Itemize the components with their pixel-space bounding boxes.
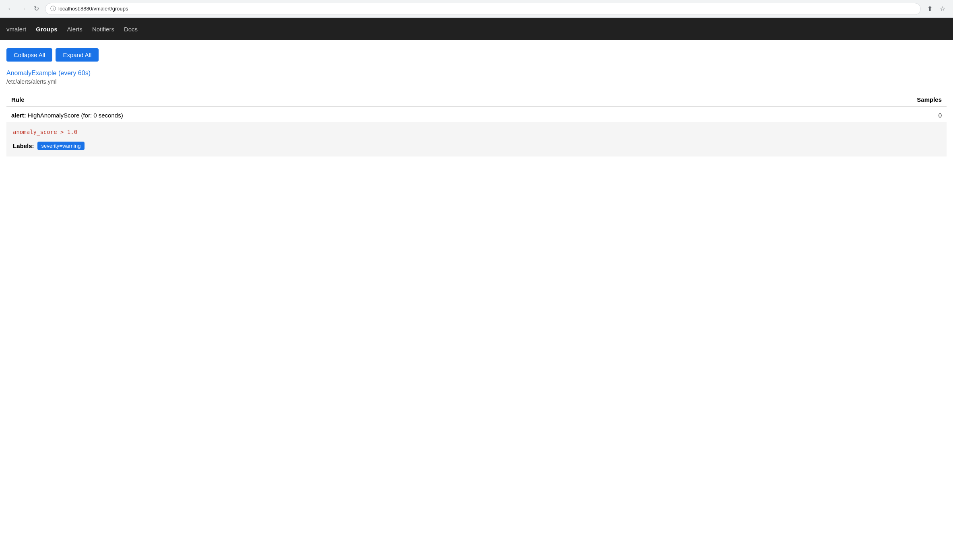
labels-row: Labels: severity=warning: [13, 142, 940, 150]
rule-samples-value: 0: [939, 112, 942, 119]
collapse-all-button[interactable]: Collapse All: [6, 48, 52, 62]
rule-title: alert: HighAnomalyScore (for: 0 seconds): [11, 112, 123, 119]
bookmark-button[interactable]: ☆: [937, 3, 948, 14]
forward-button[interactable]: →: [18, 3, 29, 14]
rule-title-cell: alert: HighAnomalyScore (for: 0 seconds): [6, 107, 738, 119]
url-display: localhost:8880/vmalert/groups: [58, 6, 128, 12]
group-name-link[interactable]: AnomalyExample (every 60s): [6, 70, 947, 77]
rule-title-bold: alert:: [11, 112, 26, 119]
group-file-path: /etc/alerts/alerts.yml: [6, 78, 947, 85]
nav-item-notifiers[interactable]: Notifiers: [92, 24, 114, 34]
rule-samples-cell: 0: [738, 107, 947, 119]
rule-title-rest: HighAnomalyScore (for: 0 seconds): [26, 112, 123, 119]
table-row: alert: HighAnomalyScore (for: 0 seconds)…: [6, 107, 947, 119]
reload-button[interactable]: ↻: [31, 3, 42, 14]
col-header-samples: Samples: [738, 93, 947, 107]
rule-query: anomaly_score > 1.0: [13, 129, 940, 135]
rule-detail-cell: anomaly_score > 1.0 Labels: severity=war…: [6, 119, 947, 156]
browser-nav-buttons: ← → ↻: [5, 3, 42, 14]
labels-heading: Labels:: [13, 142, 34, 149]
label-badge-severity: severity=warning: [37, 142, 85, 150]
share-button[interactable]: ⬆: [924, 3, 935, 14]
col-header-rule: Rule: [6, 93, 738, 107]
nav-item-docs[interactable]: Docs: [124, 24, 138, 34]
group-section: AnomalyExample (every 60s) /etc/alerts/a…: [6, 70, 947, 156]
browser-chrome: ← → ↻ ⓘ localhost:8880/vmalert/groups ⬆ …: [0, 0, 953, 18]
nav-item-groups[interactable]: Groups: [36, 24, 57, 34]
rules-table-header: Rule Samples: [6, 93, 947, 107]
nav-app-name: vmalert: [6, 24, 26, 34]
back-button[interactable]: ←: [5, 3, 16, 14]
rules-table: Rule Samples alert: HighAnomalyScore (fo…: [6, 93, 947, 156]
browser-action-buttons: ⬆ ☆: [924, 3, 948, 14]
address-bar[interactable]: ⓘ localhost:8880/vmalert/groups: [45, 3, 921, 15]
expand-all-button[interactable]: Expand All: [56, 48, 99, 62]
app-navbar: vmalert Groups Alerts Notifiers Docs: [0, 18, 953, 40]
rule-expanded-body: anomaly_score > 1.0 Labels: severity=war…: [6, 122, 947, 156]
security-icon: ⓘ: [50, 5, 56, 12]
nav-item-alerts[interactable]: Alerts: [67, 24, 83, 34]
main-content: Collapse All Expand All AnomalyExample (…: [0, 40, 953, 165]
rules-table-body: alert: HighAnomalyScore (for: 0 seconds)…: [6, 107, 947, 156]
rule-detail-row: anomaly_score > 1.0 Labels: severity=war…: [6, 119, 947, 156]
control-buttons-row: Collapse All Expand All: [6, 48, 947, 62]
